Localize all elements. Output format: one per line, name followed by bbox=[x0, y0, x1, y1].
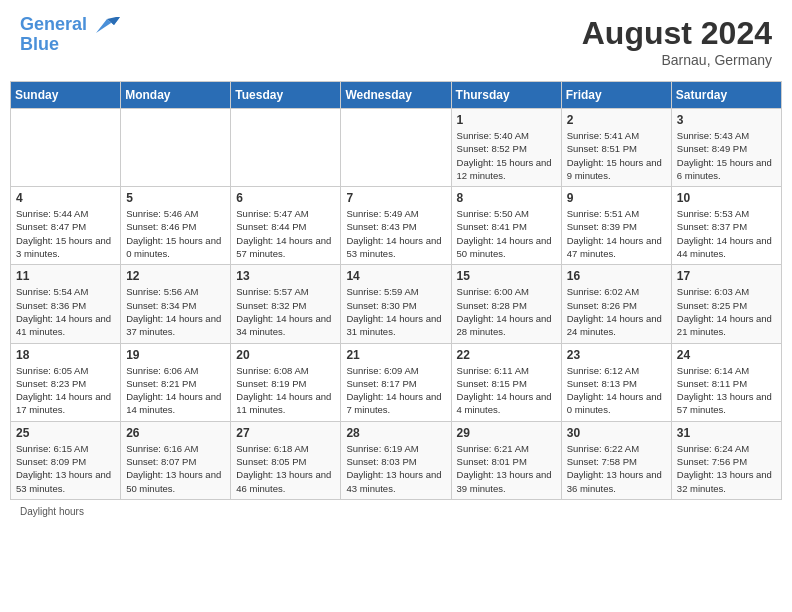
calendar-day-cell: 11Sunrise: 5:54 AM Sunset: 8:36 PM Dayli… bbox=[11, 265, 121, 343]
day-info: Sunrise: 6:03 AM Sunset: 8:25 PM Dayligh… bbox=[677, 285, 776, 338]
day-number: 20 bbox=[236, 348, 335, 362]
day-info: Sunrise: 6:15 AM Sunset: 8:09 PM Dayligh… bbox=[16, 442, 115, 495]
day-number: 5 bbox=[126, 191, 225, 205]
day-info: Sunrise: 6:08 AM Sunset: 8:19 PM Dayligh… bbox=[236, 364, 335, 417]
day-info: Sunrise: 5:54 AM Sunset: 8:36 PM Dayligh… bbox=[16, 285, 115, 338]
day-of-week-header: Thursday bbox=[451, 82, 561, 109]
calendar-header-row: SundayMondayTuesdayWednesdayThursdayFrid… bbox=[11, 82, 782, 109]
day-of-week-header: Friday bbox=[561, 82, 671, 109]
day-info: Sunrise: 6:06 AM Sunset: 8:21 PM Dayligh… bbox=[126, 364, 225, 417]
day-info: Sunrise: 6:00 AM Sunset: 8:28 PM Dayligh… bbox=[457, 285, 556, 338]
day-info: Sunrise: 5:41 AM Sunset: 8:51 PM Dayligh… bbox=[567, 129, 666, 182]
day-number: 4 bbox=[16, 191, 115, 205]
day-info: Sunrise: 6:19 AM Sunset: 8:03 PM Dayligh… bbox=[346, 442, 445, 495]
calendar-week-row: 1Sunrise: 5:40 AM Sunset: 8:52 PM Daylig… bbox=[11, 109, 782, 187]
calendar-day-cell: 12Sunrise: 5:56 AM Sunset: 8:34 PM Dayli… bbox=[121, 265, 231, 343]
calendar-day-cell: 28Sunrise: 6:19 AM Sunset: 8:03 PM Dayli… bbox=[341, 421, 451, 499]
day-number: 29 bbox=[457, 426, 556, 440]
day-info: Sunrise: 5:57 AM Sunset: 8:32 PM Dayligh… bbox=[236, 285, 335, 338]
day-number: 7 bbox=[346, 191, 445, 205]
calendar-day-cell: 3Sunrise: 5:43 AM Sunset: 8:49 PM Daylig… bbox=[671, 109, 781, 187]
day-of-week-header: Monday bbox=[121, 82, 231, 109]
calendar-day-cell: 6Sunrise: 5:47 AM Sunset: 8:44 PM Daylig… bbox=[231, 187, 341, 265]
day-info: Sunrise: 6:21 AM Sunset: 8:01 PM Dayligh… bbox=[457, 442, 556, 495]
day-info: Sunrise: 6:02 AM Sunset: 8:26 PM Dayligh… bbox=[567, 285, 666, 338]
day-number: 19 bbox=[126, 348, 225, 362]
calendar-day-cell: 24Sunrise: 6:14 AM Sunset: 8:11 PM Dayli… bbox=[671, 343, 781, 421]
day-info: Sunrise: 5:46 AM Sunset: 8:46 PM Dayligh… bbox=[126, 207, 225, 260]
calendar-day-cell: 13Sunrise: 5:57 AM Sunset: 8:32 PM Dayli… bbox=[231, 265, 341, 343]
calendar-day-cell: 23Sunrise: 6:12 AM Sunset: 8:13 PM Dayli… bbox=[561, 343, 671, 421]
logo-text: General bbox=[20, 15, 120, 35]
day-info: Sunrise: 5:56 AM Sunset: 8:34 PM Dayligh… bbox=[126, 285, 225, 338]
calendar-day-cell bbox=[341, 109, 451, 187]
day-number: 1 bbox=[457, 113, 556, 127]
day-info: Sunrise: 6:18 AM Sunset: 8:05 PM Dayligh… bbox=[236, 442, 335, 495]
day-number: 14 bbox=[346, 269, 445, 283]
day-info: Sunrise: 6:05 AM Sunset: 8:23 PM Dayligh… bbox=[16, 364, 115, 417]
day-info: Sunrise: 6:24 AM Sunset: 7:56 PM Dayligh… bbox=[677, 442, 776, 495]
day-info: Sunrise: 6:22 AM Sunset: 7:58 PM Dayligh… bbox=[567, 442, 666, 495]
calendar-day-cell: 25Sunrise: 6:15 AM Sunset: 8:09 PM Dayli… bbox=[11, 421, 121, 499]
day-number: 22 bbox=[457, 348, 556, 362]
calendar-day-cell: 26Sunrise: 6:16 AM Sunset: 8:07 PM Dayli… bbox=[121, 421, 231, 499]
calendar-week-row: 11Sunrise: 5:54 AM Sunset: 8:36 PM Dayli… bbox=[11, 265, 782, 343]
day-number: 26 bbox=[126, 426, 225, 440]
calendar-table: SundayMondayTuesdayWednesdayThursdayFrid… bbox=[10, 81, 782, 500]
day-info: Sunrise: 6:09 AM Sunset: 8:17 PM Dayligh… bbox=[346, 364, 445, 417]
calendar-day-cell: 20Sunrise: 6:08 AM Sunset: 8:19 PM Dayli… bbox=[231, 343, 341, 421]
calendar-day-cell: 10Sunrise: 5:53 AM Sunset: 8:37 PM Dayli… bbox=[671, 187, 781, 265]
day-number: 17 bbox=[677, 269, 776, 283]
calendar-day-cell: 7Sunrise: 5:49 AM Sunset: 8:43 PM Daylig… bbox=[341, 187, 451, 265]
day-number: 3 bbox=[677, 113, 776, 127]
calendar-day-cell: 1Sunrise: 5:40 AM Sunset: 8:52 PM Daylig… bbox=[451, 109, 561, 187]
calendar-day-cell: 17Sunrise: 6:03 AM Sunset: 8:25 PM Dayli… bbox=[671, 265, 781, 343]
day-number: 6 bbox=[236, 191, 335, 205]
day-of-week-header: Wednesday bbox=[341, 82, 451, 109]
calendar-day-cell: 5Sunrise: 5:46 AM Sunset: 8:46 PM Daylig… bbox=[121, 187, 231, 265]
day-of-week-header: Sunday bbox=[11, 82, 121, 109]
calendar-day-cell bbox=[121, 109, 231, 187]
day-number: 30 bbox=[567, 426, 666, 440]
calendar-day-cell: 29Sunrise: 6:21 AM Sunset: 8:01 PM Dayli… bbox=[451, 421, 561, 499]
day-info: Sunrise: 5:53 AM Sunset: 8:37 PM Dayligh… bbox=[677, 207, 776, 260]
calendar-week-row: 25Sunrise: 6:15 AM Sunset: 8:09 PM Dayli… bbox=[11, 421, 782, 499]
day-info: Sunrise: 6:12 AM Sunset: 8:13 PM Dayligh… bbox=[567, 364, 666, 417]
day-info: Sunrise: 5:49 AM Sunset: 8:43 PM Dayligh… bbox=[346, 207, 445, 260]
day-number: 12 bbox=[126, 269, 225, 283]
legend: Daylight hours bbox=[10, 506, 782, 517]
day-info: Sunrise: 5:51 AM Sunset: 8:39 PM Dayligh… bbox=[567, 207, 666, 260]
calendar-day-cell: 2Sunrise: 5:41 AM Sunset: 8:51 PM Daylig… bbox=[561, 109, 671, 187]
day-number: 27 bbox=[236, 426, 335, 440]
calendar-day-cell bbox=[11, 109, 121, 187]
day-number: 11 bbox=[16, 269, 115, 283]
day-number: 23 bbox=[567, 348, 666, 362]
logo-bird-icon bbox=[94, 15, 120, 35]
calendar-day-cell: 19Sunrise: 6:06 AM Sunset: 8:21 PM Dayli… bbox=[121, 343, 231, 421]
calendar-day-cell: 16Sunrise: 6:02 AM Sunset: 8:26 PM Dayli… bbox=[561, 265, 671, 343]
day-info: Sunrise: 5:50 AM Sunset: 8:41 PM Dayligh… bbox=[457, 207, 556, 260]
day-info: Sunrise: 5:44 AM Sunset: 8:47 PM Dayligh… bbox=[16, 207, 115, 260]
calendar-day-cell: 4Sunrise: 5:44 AM Sunset: 8:47 PM Daylig… bbox=[11, 187, 121, 265]
day-of-week-header: Saturday bbox=[671, 82, 781, 109]
daylight-hours-label: Daylight hours bbox=[20, 506, 84, 517]
title-area: August 2024 Barnau, Germany bbox=[582, 15, 772, 68]
day-number: 13 bbox=[236, 269, 335, 283]
calendar-day-cell: 9Sunrise: 5:51 AM Sunset: 8:39 PM Daylig… bbox=[561, 187, 671, 265]
day-number: 18 bbox=[16, 348, 115, 362]
month-year-title: August 2024 bbox=[582, 15, 772, 52]
logo-blue-text: Blue bbox=[20, 35, 120, 55]
day-of-week-header: Tuesday bbox=[231, 82, 341, 109]
location-subtitle: Barnau, Germany bbox=[582, 52, 772, 68]
day-number: 10 bbox=[677, 191, 776, 205]
calendar-day-cell: 18Sunrise: 6:05 AM Sunset: 8:23 PM Dayli… bbox=[11, 343, 121, 421]
calendar-week-row: 18Sunrise: 6:05 AM Sunset: 8:23 PM Dayli… bbox=[11, 343, 782, 421]
day-info: Sunrise: 6:14 AM Sunset: 8:11 PM Dayligh… bbox=[677, 364, 776, 417]
calendar-day-cell: 14Sunrise: 5:59 AM Sunset: 8:30 PM Dayli… bbox=[341, 265, 451, 343]
day-number: 16 bbox=[567, 269, 666, 283]
day-info: Sunrise: 6:11 AM Sunset: 8:15 PM Dayligh… bbox=[457, 364, 556, 417]
day-number: 31 bbox=[677, 426, 776, 440]
calendar-day-cell: 21Sunrise: 6:09 AM Sunset: 8:17 PM Dayli… bbox=[341, 343, 451, 421]
calendar-day-cell bbox=[231, 109, 341, 187]
day-info: Sunrise: 5:59 AM Sunset: 8:30 PM Dayligh… bbox=[346, 285, 445, 338]
